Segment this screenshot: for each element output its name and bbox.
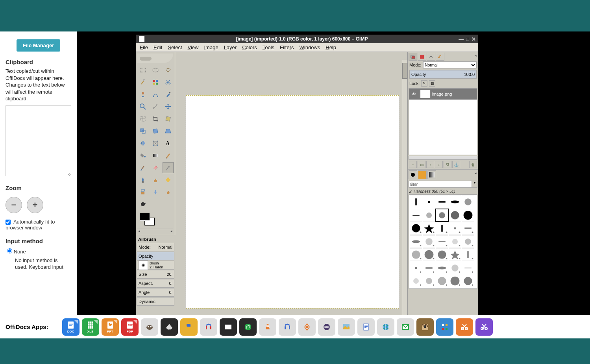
gradients-tab[interactable] [427, 170, 436, 179]
canvas[interactable] [186, 95, 399, 309]
duplicate-layer-button[interactable]: ⧉ [444, 161, 451, 168]
app-eclipse[interactable] [318, 318, 335, 336]
app-pdf[interactable]: PDFPDF [121, 318, 139, 336]
color-swatch[interactable] [137, 213, 155, 226]
app-ppt[interactable]: PPT [102, 318, 119, 336]
app-python[interactable] [180, 318, 198, 336]
menu-tools[interactable]: Tools [263, 44, 274, 50]
paths-tool[interactable] [150, 89, 161, 100]
minimize-icon[interactable]: — [459, 36, 464, 42]
window-titlebar[interactable]: [image] (imported)-1.0 (RGB color, 1 lay… [136, 35, 478, 43]
cage-tool[interactable] [150, 138, 161, 149]
menu-image[interactable]: Image [204, 44, 218, 50]
brush-cell[interactable] [410, 196, 422, 208]
brush-cell[interactable]: + [436, 248, 448, 261]
paths-tab[interactable] [427, 53, 435, 61]
zoom-tool[interactable] [137, 101, 148, 112]
delete-layer-button[interactable]: 🗑 [469, 161, 477, 168]
scissors-tool[interactable] [163, 77, 174, 88]
align-tool[interactable] [137, 113, 148, 124]
close-icon[interactable]: ✕ [472, 36, 476, 42]
fg-color-swatch[interactable] [140, 213, 150, 221]
app-generic[interactable] [436, 318, 453, 336]
app-vlc[interactable] [259, 318, 276, 336]
brush-cell[interactable]: + [423, 222, 435, 235]
brush-preview-icon[interactable] [139, 261, 148, 270]
flip-tool[interactable] [137, 138, 148, 149]
brush-cell[interactable]: + [423, 248, 435, 261]
shear-tool[interactable] [150, 126, 161, 137]
zoom-in-button[interactable]: + [27, 197, 43, 213]
brush-cell[interactable] [462, 209, 474, 222]
app-cut[interactable] [456, 318, 473, 336]
app-xls[interactable]: XLS [82, 318, 99, 336]
rotate-tool[interactable] [163, 113, 174, 124]
brush-cell[interactable] [410, 209, 422, 222]
brush-filter-input[interactable] [409, 181, 472, 188]
layers-tab[interactable] [409, 53, 417, 61]
perspective-tool[interactable] [163, 126, 174, 137]
app-pdf2[interactable] [298, 318, 316, 336]
brush-cell[interactable]: + [436, 262, 448, 274]
eraser-tool[interactable] [150, 162, 161, 173]
panel-menu-icon[interactable]: ◂ [474, 53, 477, 60]
layer-group-button[interactable]: ▭ [418, 161, 425, 168]
app-audio2[interactable] [279, 318, 296, 336]
brush-grid[interactable]: +++++++++++++++++++++++++ [409, 194, 477, 289]
brush-cell[interactable]: + [449, 262, 461, 274]
brush-cell[interactable]: + [462, 275, 474, 287]
brush-cell[interactable]: + [462, 222, 474, 235]
opt-aspect-value[interactable]: 0. [169, 281, 172, 286]
blend-tool[interactable] [150, 150, 161, 161]
autofit-checkbox[interactable] [6, 220, 11, 225]
maximize-icon[interactable]: □ [466, 36, 469, 42]
menu-file[interactable]: File [140, 44, 148, 50]
lock-pixels-icon[interactable]: ✎ [421, 80, 427, 87]
opt-opacity-label[interactable]: Opacity [139, 254, 172, 259]
brush-cell[interactable]: + [462, 248, 474, 261]
brush-cell[interactable] [436, 196, 448, 208]
filter-dropdown-icon[interactable]: ▾ [472, 181, 477, 188]
brush-cell[interactable] [436, 209, 448, 222]
brush-cell[interactable]: + [423, 235, 435, 248]
pencil-tool[interactable] [163, 150, 174, 161]
menu-filters[interactable]: Filters [280, 44, 294, 50]
by-color-select-tool[interactable] [150, 77, 161, 88]
vertical-scrollbar[interactable] [402, 60, 407, 315]
brush-cell[interactable]: + [462, 262, 474, 274]
heal-tool[interactable] [163, 174, 174, 185]
smudge-tool[interactable] [163, 187, 174, 198]
app-edit[interactable] [475, 318, 493, 336]
app-mail[interactable] [397, 318, 414, 336]
crop-tool[interactable] [150, 113, 161, 124]
clipboard-textarea[interactable] [6, 105, 71, 176]
layer-mode-select[interactable]: Normal [423, 61, 477, 68]
channels-tab[interactable] [418, 53, 426, 61]
zoom-out-button[interactable]: − [6, 197, 22, 213]
opt-size-value[interactable]: 20. [167, 272, 172, 277]
brush-cell[interactable] [462, 196, 474, 208]
rect-select-tool[interactable] [137, 65, 148, 76]
layer-opacity-slider[interactable]: Opacity 100.0 [409, 70, 477, 79]
brush-cell[interactable]: + [449, 275, 461, 287]
app-doc[interactable]: DOC [62, 318, 80, 336]
brush-cell[interactable]: + [410, 235, 422, 248]
undo-tab[interactable] [436, 53, 444, 61]
foreground-select-tool[interactable] [137, 89, 148, 100]
opt-mode-value[interactable]: Normal [159, 245, 172, 249]
brush-cell[interactable]: + [436, 275, 448, 287]
lower-layer-button[interactable]: ↓ [435, 161, 443, 168]
measure-tool[interactable] [150, 101, 161, 112]
brush-cell[interactable] [423, 196, 435, 208]
brush-cell[interactable]: + [410, 248, 422, 261]
input-none-label[interactable]: None [7, 249, 26, 255]
lasso-tool[interactable] [163, 65, 174, 76]
brush-cell[interactable]: + [462, 235, 474, 248]
menu-layer[interactable]: Layer [224, 44, 237, 50]
bucket-fill-tool[interactable] [137, 150, 148, 161]
new-layer-button[interactable]: ▫ [409, 161, 417, 168]
app-web[interactable] [377, 318, 394, 336]
layer-h-scrollbar[interactable] [409, 156, 477, 160]
layer-list[interactable]: 👁 image.png [409, 88, 477, 155]
app-doc2[interactable] [357, 318, 375, 336]
